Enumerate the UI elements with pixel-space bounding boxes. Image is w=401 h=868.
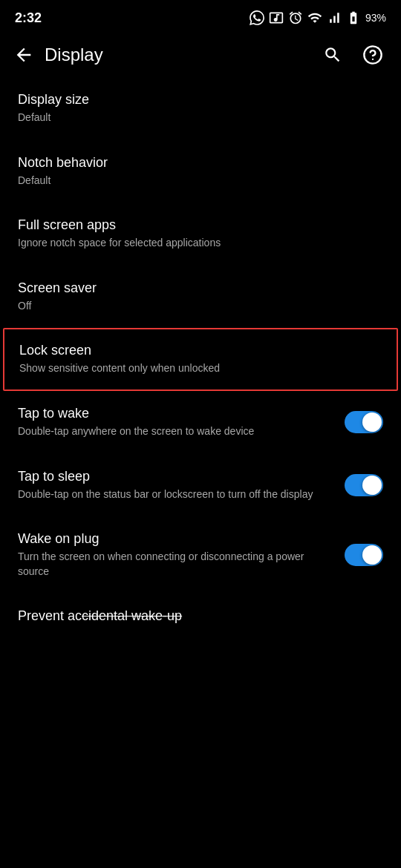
signal-icon [327, 10, 342, 25]
wake-on-plug-title: Wake on plug [18, 531, 333, 547]
full-screen-apps-subtitle: Ignore notch space for selected applicat… [18, 236, 383, 251]
settings-item-display-size[interactable]: Display size Default [0, 77, 401, 140]
tap-to-sleep-knob [362, 476, 382, 495]
settings-item-tap-to-wake[interactable]: Tap to wake Double-tap anywhere on the s… [0, 391, 401, 454]
back-icon [13, 45, 34, 65]
battery-icon [346, 10, 361, 25]
tap-to-sleep-subtitle: Double-tap on the status bar or lockscre… [18, 487, 333, 502]
settings-item-wake-on-plug[interactable]: Wake on plug Turn the screen on when con… [0, 516, 401, 594]
wifi-icon [307, 10, 322, 25]
lock-screen-subtitle: Show sensitive content only when unlocke… [19, 361, 382, 376]
top-bar: Display [0, 33, 401, 77]
settings-item-screen-saver[interactable]: Screen saver Off [0, 266, 401, 329]
prevent-accidental-wake-title: Prevent accidental wake-up [18, 608, 383, 624]
back-button[interactable] [7, 39, 40, 71]
battery-percentage: 93% [365, 12, 386, 24]
tap-to-wake-knob [362, 412, 382, 432]
notch-behavior-title: Notch behavior [18, 155, 383, 171]
wake-on-plug-knob [362, 545, 382, 565]
tap-to-sleep-text: Tap to sleep Double-tap on the status ba… [18, 469, 345, 502]
status-icons: 93% [250, 10, 386, 25]
status-time: 2:32 [15, 10, 42, 26]
alarm-icon [288, 10, 303, 25]
strikethrough-text: cidental wake-up [82, 608, 182, 623]
help-button[interactable] [356, 39, 389, 71]
settings-list: Display size Default Notch behavior Defa… [0, 77, 401, 642]
full-screen-apps-title: Full screen apps [18, 217, 383, 233]
screen-saver-subtitle: Off [18, 299, 383, 314]
display-size-subtitle: Default [18, 111, 383, 125]
top-actions [316, 39, 389, 71]
tap-to-sleep-toggle[interactable] [345, 474, 383, 496]
settings-item-lock-screen[interactable]: Lock screen Show sensitive content only … [3, 328, 398, 391]
lock-screen-title: Lock screen [19, 343, 382, 358]
notch-behavior-subtitle: Default [18, 174, 383, 188]
help-icon [362, 45, 383, 65]
tap-to-wake-subtitle: Double-tap anywhere on the screen to wak… [18, 424, 333, 439]
settings-item-prevent-accidental-wake[interactable]: Prevent accidental wake-up [0, 594, 401, 642]
wake-on-plug-subtitle: Turn the screen on when connecting or di… [18, 550, 333, 579]
wake-on-plug-text: Wake on plug Turn the screen on when con… [18, 531, 345, 579]
tap-to-wake-title: Tap to wake [18, 406, 333, 421]
status-bar: 2:32 93% [0, 0, 401, 33]
page-title: Display [45, 45, 316, 65]
settings-item-full-screen-apps[interactable]: Full screen apps Ignore notch space for … [0, 203, 401, 266]
screen-icon [269, 10, 284, 25]
screen-saver-title: Screen saver [18, 280, 383, 296]
tap-to-sleep-title: Tap to sleep [18, 469, 333, 484]
wake-on-plug-toggle[interactable] [345, 544, 383, 566]
search-icon [323, 45, 342, 65]
display-size-title: Display size [18, 92, 383, 108]
settings-item-notch-behavior[interactable]: Notch behavior Default [0, 140, 401, 203]
tap-to-wake-text: Tap to wake Double-tap anywhere on the s… [18, 406, 345, 439]
search-button[interactable] [316, 39, 349, 71]
whatsapp-icon [250, 10, 264, 25]
tap-to-wake-toggle[interactable] [345, 411, 383, 433]
settings-item-tap-to-sleep[interactable]: Tap to sleep Double-tap on the status ba… [0, 454, 401, 517]
